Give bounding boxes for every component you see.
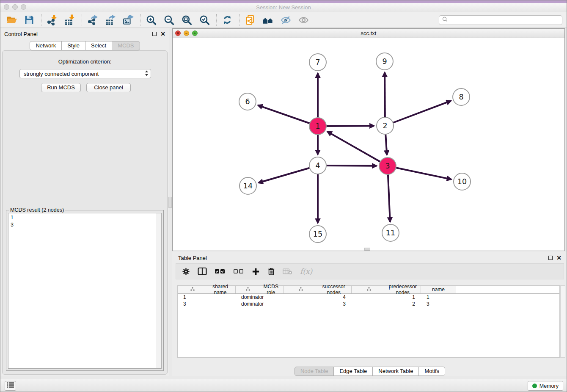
table-cell[interactable]: 1 [352,294,421,301]
toolbar-separator [216,14,217,26]
node-label: 7 [315,58,320,66]
memory-label: Memory [539,383,559,389]
import-table-icon[interactable] [63,13,77,27]
node-8[interactable]: 8 [453,88,470,105]
criterion-value: strongly connected component [24,71,144,77]
new-network-from-selection-icon[interactable] [243,13,257,27]
close-panel-icon[interactable]: ✕ [160,32,165,36]
mcds-result-textarea[interactable]: 13 [8,213,162,369]
node-2[interactable]: 2 [377,117,394,134]
control-panel-title: Control Panel [4,31,38,37]
table-cell[interactable]: 3 [284,301,352,307]
hide-selected-icon[interactable] [279,13,292,27]
node-label: 3 [385,162,390,170]
export-table-icon[interactable] [104,13,117,27]
table-cell[interactable]: dominator [236,294,284,301]
node-10[interactable]: 10 [454,173,471,190]
node-14[interactable]: 14 [239,177,256,194]
export-network-icon[interactable] [86,13,99,27]
list-icon [6,382,14,390]
edge-3-10[interactable] [388,166,451,179]
table-row[interactable]: 3dominator323 [178,301,559,307]
run-mcds-button[interactable]: Run MCDS [41,83,81,92]
search-input[interactable] [450,17,559,23]
criterion-dropdown[interactable]: strongly connected component [19,69,151,78]
node-15[interactable]: 15 [309,226,326,243]
column-header-successor-nodes[interactable]: successor nodes [284,286,352,293]
select-all-checkboxes-icon[interactable] [215,268,226,274]
tab-style[interactable]: Style [61,41,85,50]
node-label: 2 [383,121,387,130]
node-3[interactable]: 3 [379,157,396,174]
tab-node-table[interactable]: Node Table [295,367,334,376]
table-cell[interactable]: 3 [178,301,236,307]
edge-3-1[interactable] [328,132,388,166]
result-scrollbar[interactable] [157,213,161,368]
deselect-all-checkboxes-icon[interactable] [233,268,244,274]
tab-edge-table[interactable]: Edge Table [333,367,373,376]
table-cell[interactable]: dominator [236,301,284,307]
column-header-mcds-role[interactable]: MCDS role [236,286,284,293]
divider-grip[interactable] [364,248,370,251]
table-cell[interactable]: 3 [421,301,456,307]
tab-mcds[interactable]: MCDS [112,41,140,50]
node-label: 15 [313,230,322,238]
close-table-panel-icon[interactable]: ✕ [556,256,561,260]
table-options-icon[interactable] [182,268,190,276]
network-window-titlebar[interactable]: ✕ − + scc.txt [173,29,564,38]
toolbar-separator [41,14,41,26]
tab-select[interactable]: Select [85,41,112,50]
memory-button[interactable]: Memory [528,381,563,391]
table-panel-title: Table Panel [178,255,207,261]
node-label: 9 [382,57,387,66]
tab-network[interactable]: Network [30,41,62,50]
network-graph[interactable]: 7968124314101511 [173,38,564,251]
node-11[interactable]: 11 [382,224,399,241]
table-cell[interactable]: 1 [178,294,236,301]
column-header-shared-name[interactable]: shared name [178,286,236,293]
save-session-icon[interactable] [22,13,36,27]
task-history-button[interactable] [5,381,16,391]
import-network-icon[interactable] [45,13,59,27]
apply-preferred-layout-icon[interactable] [220,13,234,27]
split-pane-handle[interactable] [168,197,172,208]
table-scrollbar[interactable] [560,285,565,358]
node-7[interactable]: 7 [309,54,326,71]
column-header-predecessor-nodes[interactable]: predecessor nodes [352,286,421,293]
search-field[interactable] [439,15,562,25]
table-row[interactable]: 1dominator411 [178,294,559,301]
show-network-overview-icon[interactable] [261,13,275,27]
tab-motifs[interactable]: Motifs [418,367,445,376]
node-6[interactable]: 6 [239,93,256,110]
show-columns-icon[interactable] [198,267,207,276]
mcds-result-line: 1 [11,214,159,221]
table-cell[interactable]: 2 [352,301,421,307]
add-row-icon[interactable] [252,268,260,276]
table-cell[interactable]: 1 [421,294,456,301]
zoom-selected-icon[interactable] [198,13,211,27]
export-image-icon[interactable] [121,13,135,27]
zoom-in-icon[interactable] [144,13,158,27]
float-panel-icon[interactable] [152,32,157,36]
toolbar-separator [239,14,239,26]
status-bar: Memory [0,379,567,392]
table-body: 1dominator4113dominator323 [178,294,559,307]
show-all-icon[interactable] [297,13,310,27]
mcds-result-box: MCDS result (2 nodes) 13 [6,210,164,371]
tab-network-table[interactable]: Network Table [372,367,419,376]
column-header-name[interactable]: name [421,286,456,293]
table-cell[interactable]: 4 [284,294,352,301]
zoom-out-icon[interactable] [162,13,176,27]
node-4[interactable]: 4 [309,157,326,174]
edge-2-8[interactable] [385,101,451,126]
close-panel-button[interactable]: Close panel [86,83,131,92]
node-1[interactable]: 1 [309,118,326,135]
zoom-fit-content-icon[interactable] [180,13,193,27]
edge-4-14[interactable] [259,166,318,183]
edge-1-6[interactable] [258,105,318,126]
float-table-panel-icon[interactable] [548,256,553,260]
delete-row-icon[interactable] [267,267,275,276]
network-canvas[interactable]: 7968124314101511 [173,38,564,251]
open-session-icon[interactable] [5,13,18,27]
node-9[interactable]: 9 [376,53,393,70]
